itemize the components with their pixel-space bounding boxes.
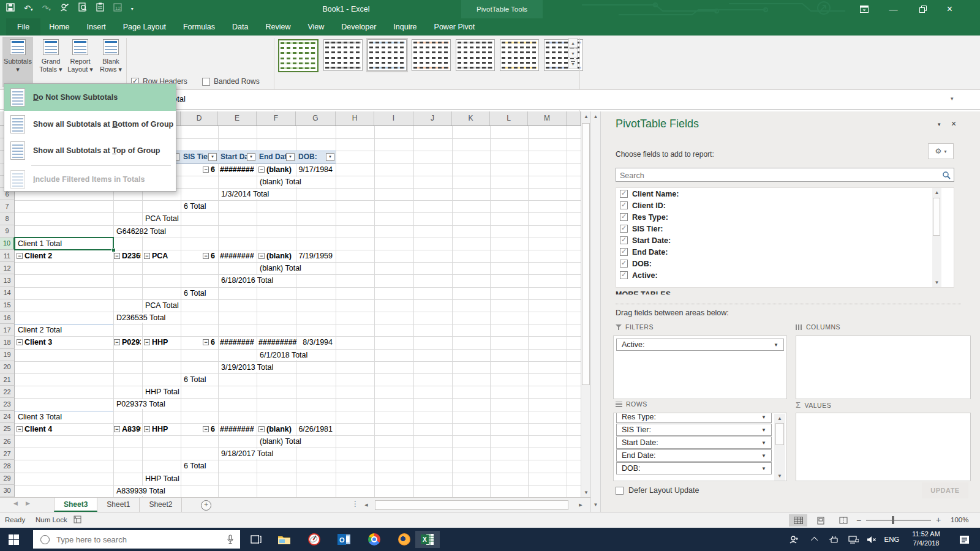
cell-C15[interactable]: PCA Total — [144, 301, 180, 310]
field-item-end-date[interactable]: End Date: — [616, 246, 954, 258]
collapse-button[interactable]: − — [203, 339, 209, 345]
zoom-level[interactable]: 100% — [951, 516, 968, 523]
cell-A25[interactable]: −Client 4 — [17, 424, 52, 434]
cell-F12[interactable]: (blank) Total — [258, 263, 303, 273]
chrome-icon[interactable] — [362, 531, 386, 548]
filter-field-active[interactable]: Active:▼ — [616, 339, 784, 351]
style-thumbnail-7[interactable] — [543, 38, 584, 72]
row-header-12[interactable]: 12 — [0, 262, 15, 274]
row-header-28[interactable]: 28 — [0, 460, 15, 472]
horizontal-scrollbar[interactable]: ◀ ▶ — [361, 500, 587, 511]
gallery-scroll-up-button[interactable]: ▲ — [568, 38, 578, 48]
tab-power-pivot[interactable]: Power Pivot — [426, 18, 484, 36]
defer-layout-checkbox[interactable] — [616, 487, 624, 495]
firefox-icon[interactable] — [392, 531, 417, 548]
collapse-button[interactable]: − — [144, 253, 150, 259]
page-layout-view-button[interactable] — [812, 514, 830, 527]
save-icon[interactable] — [6, 0, 15, 18]
cell-E4[interactable]: ######## — [220, 165, 254, 174]
customize-quick-access-icon[interactable]: ▾ — [131, 0, 134, 18]
zoom-slider-thumb[interactable] — [892, 516, 894, 524]
row-header-13[interactable]: 13 — [0, 274, 15, 287]
cell-A24[interactable]: Client 3 Total — [17, 412, 63, 422]
row-header-16[interactable]: 16 — [0, 312, 15, 324]
field-item-active[interactable]: Active: — [616, 269, 954, 281]
pane-options-chevron-icon[interactable]: ▾ — [938, 121, 941, 127]
cell-B18[interactable]: −P029373 — [114, 337, 141, 347]
checkbox[interactable] — [620, 260, 628, 268]
checkbox[interactable] — [620, 248, 628, 256]
cell-G25[interactable]: 6/26/1981 — [297, 424, 333, 434]
fields-search-box[interactable] — [616, 168, 954, 182]
new-sheet-button[interactable]: + — [201, 500, 211, 511]
cell-B30[interactable]: A839939 Total — [115, 486, 167, 496]
cell-E25[interactable]: ######## — [220, 424, 254, 434]
row-header-23[interactable]: 23 — [0, 398, 15, 410]
row-header-29[interactable]: 29 — [0, 473, 15, 485]
more-tables-link[interactable]: MORE TABLES... — [616, 290, 677, 294]
people-icon[interactable] — [784, 528, 805, 551]
tools-gear-button[interactable]: ⚙▾ — [928, 143, 954, 159]
field-list-scrollbar[interactable]: ▲ ▼ — [932, 188, 941, 287]
redo-button[interactable]: ↷▾ — [42, 0, 50, 19]
gallery-scroll-down-button[interactable]: ▼ — [568, 48, 578, 58]
cell-B9[interactable]: G646282 Total — [115, 227, 167, 236]
row-header-17[interactable]: 17 — [0, 324, 15, 336]
collapse-button[interactable]: − — [114, 426, 120, 432]
print-preview-icon[interactable] — [78, 0, 87, 18]
scroll-right-arrow[interactable]: ▶ — [577, 503, 584, 508]
cell-B25[interactable]: −A839939 — [114, 424, 141, 434]
cell-F25[interactable]: −(blank) — [258, 424, 292, 434]
pane-scroll-up-arrow[interactable]: ▲ — [591, 114, 600, 119]
tab-formulas[interactable]: Formulas — [175, 18, 224, 36]
tab-file[interactable]: File — [6, 18, 40, 36]
cell-G4[interactable]: 9/17/1984 — [297, 165, 333, 174]
horizontal-scroll-thumb[interactable] — [375, 500, 568, 510]
scroll-up-arrow[interactable]: ▲ — [581, 114, 591, 119]
cell-E13[interactable]: 6/18/2016 Total — [220, 276, 274, 285]
rows-scroll-thumb[interactable] — [775, 423, 784, 445]
gallery-more-button[interactable]: ▼ — [568, 59, 578, 69]
cell-B11[interactable]: −D236535 — [114, 251, 141, 261]
row-header-8[interactable]: 8 — [0, 212, 15, 225]
row-header-19[interactable]: 19 — [0, 349, 15, 361]
scroll-down-arrow[interactable]: ▼ — [581, 490, 591, 495]
pane-scrollbar[interactable]: ▲ ▼ — [590, 111, 600, 512]
collapse-button[interactable]: − — [17, 426, 23, 432]
cell-A10[interactable]: Client 1 Total — [17, 239, 63, 249]
checkbox[interactable] — [620, 213, 628, 221]
row-header-7[interactable]: 7 — [0, 200, 15, 212]
tab-splitter-handle[interactable]: ⋮ — [352, 500, 359, 508]
collapse-button[interactable]: − — [114, 339, 120, 345]
row-header-11[interactable]: 11 — [0, 250, 15, 262]
collapse-button[interactable]: − — [203, 167, 209, 173]
network-icon[interactable] — [844, 528, 862, 551]
subtotals-button[interactable]: Subtotals▾ — [2, 37, 33, 87]
collapse-button[interactable]: − — [203, 426, 209, 432]
cell-E20[interactable]: 3/19/2013 Total — [220, 362, 274, 372]
excel-taskbar-icon[interactable]: X — [415, 531, 440, 548]
tab-inquire[interactable]: Inquire — [385, 18, 425, 36]
checkbox[interactable] — [620, 225, 628, 233]
taskbar-clock[interactable]: 11:52 AM 7/4/2018 — [904, 530, 948, 548]
row-header-25[interactable]: 25 — [0, 423, 15, 435]
collapse-button[interactable]: − — [144, 339, 150, 345]
rows-field-sis-tier[interactable]: SIS Tier:▼ — [616, 424, 772, 436]
cell-G11[interactable]: 7/19/1959 — [297, 251, 333, 261]
row-header-20[interactable]: 20 — [0, 361, 15, 373]
selected-cell-A10[interactable] — [14, 237, 114, 250]
start-button[interactable] — [9, 534, 19, 545]
field-item-client-name[interactable]: Client Name: — [616, 188, 954, 200]
zoom-out-button[interactable]: − — [856, 515, 861, 525]
cell-D18[interactable]: −6 — [182, 337, 215, 347]
close-button[interactable]: × — [936, 0, 963, 18]
menu-item-show-all-subtotals-at-top-of-group[interactable]: Show all Subtotals at Top of Group — [4, 137, 176, 163]
vertical-scroll-thumb[interactable] — [582, 123, 590, 385]
row-header-27[interactable]: 27 — [0, 448, 15, 460]
row-header-18[interactable]: 18 — [0, 336, 15, 348]
collapse-button[interactable]: − — [114, 253, 120, 259]
vertical-scrollbar[interactable]: ▲ ▼ — [581, 111, 590, 497]
normal-view-button[interactable] — [789, 514, 807, 527]
macro-record-icon[interactable] — [74, 515, 81, 525]
tab-developer[interactable]: Developer — [333, 18, 385, 36]
